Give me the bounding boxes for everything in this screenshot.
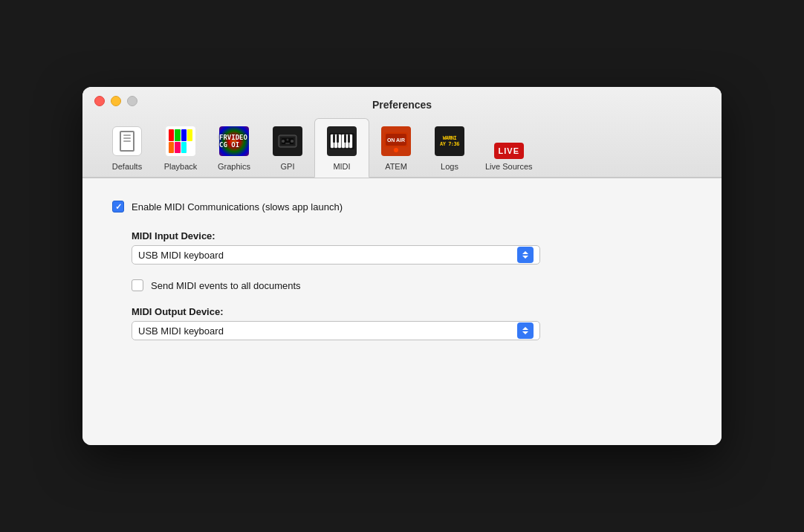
svg-rect-15 [337, 134, 339, 143]
logs-icon: WARNI AY 7:36 [432, 123, 467, 159]
tab-graphics[interactable]: FRVIDEO CG OI Graphics [207, 119, 261, 177]
tab-midi-label: MIDI [333, 162, 350, 171]
svg-rect-16 [344, 134, 346, 143]
svg-rect-14 [333, 134, 335, 143]
tab-graphics-label: Graphics [218, 162, 250, 171]
send-midi-row: Send MIDI events to all documents [132, 279, 692, 291]
preferences-window: Preferences Defaults [82, 87, 722, 445]
send-midi-label: Send MIDI events to all documents [151, 280, 301, 291]
minimize-button[interactable] [111, 96, 121, 106]
atem-icon: ON AIR [378, 123, 414, 159]
close-button[interactable] [94, 96, 105, 106]
svg-point-4 [287, 139, 289, 141]
tab-gpi[interactable]: GPI [261, 119, 314, 177]
input-device-select[interactable]: USB MIDI keyboard [132, 245, 540, 265]
graphics-icon: FRVIDEO CG OI [216, 123, 252, 159]
toolbar: Defaults Playback [94, 118, 710, 177]
tab-playback-label: Playback [164, 162, 198, 171]
defaults-icon [109, 123, 145, 159]
input-device-label: MIDI Input Device: [132, 230, 692, 241]
enable-midi-row: ✓ Enable MIDI Communications (slows app … [112, 201, 692, 213]
tab-defaults-label: Defaults [112, 162, 142, 171]
svg-point-21 [394, 148, 398, 152]
output-device-value: USB MIDI keyboard [138, 325, 517, 337]
arrow-up-icon [522, 251, 528, 254]
tab-gpi-label: GPI [281, 162, 295, 171]
input-device-group: MIDI Input Device: USB MIDI keyboard [132, 230, 692, 265]
live-sources-icon: LIVE [491, 123, 527, 159]
tab-logs-label: Logs [441, 162, 458, 171]
tab-live-sources-label: Live Sources [485, 162, 533, 171]
tab-defaults[interactable]: Defaults [100, 119, 154, 177]
svg-rect-17 [348, 134, 350, 143]
output-device-label: MIDI Output Device: [132, 306, 692, 317]
output-arrow-down-icon [522, 331, 528, 334]
gpi-icon [270, 123, 305, 159]
arrow-down-icon [522, 256, 528, 259]
tab-playback[interactable]: Playback [154, 119, 207, 177]
window-controls [94, 96, 710, 106]
zoom-button[interactable] [127, 96, 137, 106]
svg-text:ON AIR: ON AIR [387, 137, 405, 143]
tab-atem-label: ATEM [385, 162, 407, 171]
output-arrow-up-icon [522, 327, 528, 330]
input-device-value: USB MIDI keyboard [138, 250, 517, 261]
playback-icon [163, 123, 198, 159]
output-device-select[interactable]: USB MIDI keyboard [132, 321, 540, 340]
output-device-group: MIDI Output Device: USB MIDI keyboard [132, 306, 692, 340]
midi-icon [324, 123, 360, 159]
send-midi-checkbox[interactable] [132, 279, 143, 291]
tab-logs[interactable]: WARNI AY 7:36 Logs [423, 119, 476, 177]
svg-rect-6 [285, 143, 290, 144]
input-device-stepper[interactable] [517, 247, 534, 263]
tab-live-sources[interactable]: LIVE Live Sources [476, 119, 542, 177]
enable-midi-label: Enable MIDI Communications (slows app la… [132, 201, 343, 213]
tab-atem[interactable]: ON AIR ATEM [369, 119, 423, 177]
titlebar: Preferences Defaults [82, 87, 722, 178]
content-area: ✓ Enable MIDI Communications (slows app … [82, 178, 722, 445]
output-device-stepper[interactable] [517, 322, 534, 339]
tab-midi[interactable]: MIDI [314, 118, 369, 178]
enable-midi-checkbox[interactable]: ✓ [112, 201, 124, 213]
checkmark-icon: ✓ [115, 203, 122, 211]
svg-point-5 [291, 140, 294, 143]
svg-point-3 [282, 140, 285, 143]
